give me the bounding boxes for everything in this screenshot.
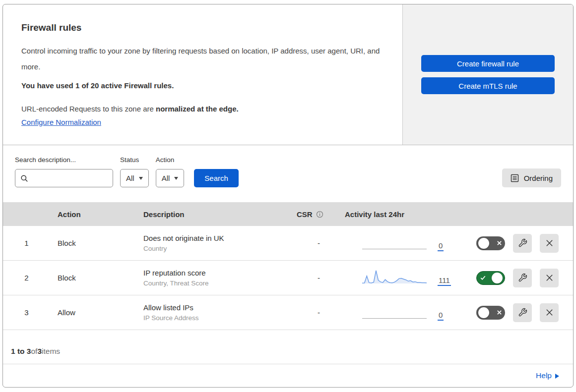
action-label: Action: [156, 156, 185, 164]
toggle-knob: [478, 238, 489, 249]
csr-header-label: CSR: [297, 210, 313, 219]
close-icon: [545, 274, 554, 282]
items-of-text: of: [31, 347, 37, 356]
header-text-block: Firewall rules Control incoming traffic …: [3, 4, 402, 145]
rule-activity-cell: 0: [337, 304, 476, 322]
page-title: Firewall rules: [21, 22, 387, 33]
table-footer: 1 to 3 of 3 items: [3, 330, 573, 364]
normalization-note: URL-encoded Requests to this zone are no…: [21, 105, 387, 113]
rule-enabled-toggle[interactable]: [476, 271, 505, 285]
edit-rule-button[interactable]: [513, 234, 532, 253]
rule-activity-cell: 111: [337, 269, 476, 287]
search-group: Search description...: [15, 156, 113, 187]
rule-csr-value: -: [288, 239, 337, 247]
help-link-label: Help: [536, 371, 552, 380]
search-input[interactable]: [28, 174, 108, 182]
header-section: Firewall rules Control incoming traffic …: [3, 4, 573, 145]
wrench-icon: [518, 238, 527, 248]
items-label: items: [42, 347, 60, 356]
wrench-icon: [518, 308, 527, 317]
delete-rule-button[interactable]: [540, 303, 559, 322]
search-button[interactable]: Search: [194, 169, 239, 187]
activity-count-link[interactable]: 0: [438, 241, 444, 251]
status-dropdown-value: All: [126, 174, 134, 182]
close-icon: [545, 308, 554, 317]
search-label: Search description...: [15, 156, 113, 164]
chevron-down-icon: [174, 177, 178, 180]
table-row: 3 Allow Allow listed IPs IP Source Addre…: [3, 295, 573, 330]
help-link[interactable]: Help: [536, 371, 559, 380]
rule-description-cell: IP reputation score Country, Threat Scor…: [137, 269, 288, 287]
rule-csr-value: -: [288, 274, 337, 282]
help-bar: Help: [3, 364, 573, 387]
table-row: 1 Block Does not originate in UK Country…: [3, 226, 573, 261]
chevron-down-icon: [139, 177, 143, 180]
toggle-knob: [492, 273, 503, 283]
items-total: 3: [37, 347, 42, 356]
activity-count-link[interactable]: 0: [438, 311, 444, 321]
sparkline-line: [362, 271, 427, 283]
search-box[interactable]: [15, 169, 113, 187]
rule-fields: Country, Threat Score: [143, 280, 288, 287]
sparkline-fill: [362, 271, 427, 283]
rule-controls: [476, 269, 573, 287]
table-row: 2 Block IP reputation score Country, Thr…: [3, 261, 573, 295]
check-icon: [479, 275, 487, 281]
rule-description-cell: Does not originate in UK Country: [137, 234, 288, 252]
rule-activity-cell: 0: [337, 234, 476, 252]
table-header: Action Description CSR Activity last 24h…: [3, 202, 573, 226]
rule-controls: [476, 234, 573, 253]
ordering-button[interactable]: Ordering: [502, 168, 561, 187]
activity-count-link[interactable]: 111: [438, 276, 451, 286]
toggle-knob: [478, 307, 489, 318]
rule-fields: IP Source Address: [143, 314, 288, 322]
list-icon: [511, 174, 519, 182]
rule-action: Block: [50, 239, 137, 247]
normalization-text: URL-encoded Requests to this zone are: [21, 105, 156, 113]
action-group: Action All: [156, 156, 185, 187]
activity-sparkline-empty: [362, 304, 427, 322]
rule-description: Does not originate in UK: [143, 234, 288, 242]
rule-controls: [476, 303, 573, 322]
configure-normalization-link[interactable]: Configure Normalization: [21, 118, 101, 126]
rule-action: Allow: [50, 308, 137, 317]
delete-rule-button[interactable]: [540, 269, 559, 287]
rule-enabled-toggle[interactable]: [476, 306, 505, 320]
rule-fields: Country: [143, 245, 288, 252]
action-dropdown[interactable]: All: [156, 169, 185, 187]
ordering-button-label: Ordering: [524, 174, 553, 182]
status-group: Status All: [120, 156, 149, 187]
activity-sparkline: [362, 269, 427, 287]
delete-rule-button[interactable]: [540, 234, 559, 253]
activity-sparkline-empty: [362, 234, 427, 252]
action-dropdown-value: All: [162, 174, 170, 182]
rule-description: Allow listed IPs: [143, 303, 288, 312]
status-label: Status: [120, 156, 149, 164]
usage-summary: You have used 1 of 20 active Firewall ru…: [21, 81, 387, 90]
rule-priority: 1: [3, 239, 50, 247]
create-firewall-rule-button[interactable]: Create firewall rule: [421, 55, 555, 72]
filter-bar: Search description... Status All Action …: [3, 145, 573, 202]
rule-priority: 3: [3, 308, 50, 317]
normalization-bold: normalized at the edge.: [156, 105, 239, 113]
column-header-csr: CSR: [288, 210, 337, 219]
arrow-right-icon: [555, 374, 559, 379]
rule-csr-value: -: [288, 308, 337, 317]
create-mtls-rule-button[interactable]: Create mTLS rule: [421, 77, 555, 94]
close-icon: [545, 239, 554, 247]
rule-action: Block: [50, 274, 137, 282]
rule-description-cell: Allow listed IPs IP Source Address: [137, 303, 288, 322]
edit-rule-button[interactable]: [513, 269, 532, 287]
status-dropdown[interactable]: All: [120, 169, 149, 187]
firewall-rules-panel: Firewall rules Control incoming traffic …: [2, 4, 574, 388]
wrench-icon: [518, 273, 527, 282]
column-header-description: Description: [137, 210, 288, 219]
info-icon[interactable]: [316, 211, 323, 218]
items-range: 1 to 3: [11, 347, 31, 356]
column-header-action: Action: [50, 210, 137, 219]
rule-enabled-toggle[interactable]: [476, 236, 505, 250]
rule-priority: 2: [3, 274, 50, 282]
search-icon: [20, 174, 28, 182]
edit-rule-button[interactable]: [513, 303, 532, 322]
actions-panel: Create firewall rule Create mTLS rule: [402, 4, 573, 145]
